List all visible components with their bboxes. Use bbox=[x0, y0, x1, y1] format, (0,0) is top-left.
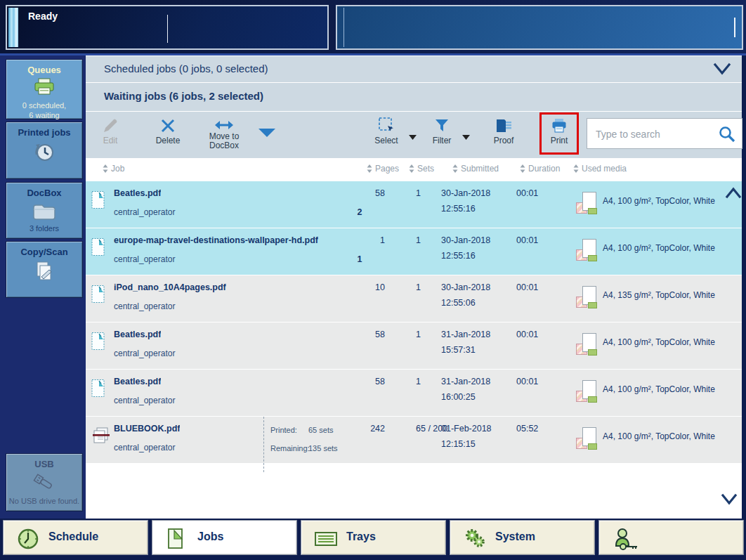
sidebar-item-printed-jobs[interactable]: Printed jobs bbox=[6, 122, 83, 179]
column-header-job[interactable]: Job bbox=[103, 164, 124, 174]
job-media: A4, 100 g/m², TopColor, White bbox=[603, 384, 715, 394]
job-submitted-date: 30-Jan-2018 bbox=[441, 235, 490, 245]
printer-status-text: Ready bbox=[28, 11, 58, 22]
job-duration: 00:01 bbox=[516, 330, 538, 339]
job-media: A4, 100 g/m², TopColor, White bbox=[603, 243, 715, 253]
job-document-icon bbox=[91, 285, 107, 306]
job-pages: 58 bbox=[353, 188, 385, 198]
tab-trays[interactable]: Trays bbox=[301, 520, 446, 555]
job-row[interactable]: europe-map-travel-destinations-wallpaper… bbox=[86, 228, 742, 275]
delete-button[interactable]: Delete bbox=[149, 115, 187, 145]
job-name: iPod_nano_10A4pages.pdf bbox=[114, 282, 226, 292]
delete-x-icon bbox=[149, 115, 187, 134]
scroll-up-icon[interactable] bbox=[725, 187, 742, 199]
job-submitted-time: 12:55:16 bbox=[441, 251, 476, 261]
move-to-docbox-button[interactable]: Move to DocBox bbox=[201, 115, 247, 150]
status-panel: Ready bbox=[6, 5, 329, 50]
jobs-toolbar: Edit Delete Move to DocBox bbox=[86, 112, 742, 158]
trays-icon bbox=[314, 531, 339, 551]
job-owner: central_operator bbox=[114, 396, 175, 405]
search-icon[interactable] bbox=[718, 125, 736, 143]
job-row[interactable]: BLUEBOOK.pdf central_operator Printed: 6… bbox=[86, 417, 742, 463]
job-sets: 1 bbox=[416, 188, 421, 198]
scroll-down-icon[interactable] bbox=[721, 493, 738, 505]
job-media: A4, 100 g/m², TopColor, White bbox=[603, 337, 715, 347]
column-header-used-media[interactable]: Used media bbox=[573, 164, 627, 174]
section-scheduled-jobs[interactable]: Scheduled jobs (0 jobs, 0 selected) bbox=[86, 56, 742, 82]
column-header-pages[interactable]: Pages bbox=[367, 164, 399, 174]
collapse-section-icon[interactable] bbox=[711, 62, 733, 77]
job-duration: 00:01 bbox=[516, 377, 538, 386]
tab-jobs[interactable]: Jobs bbox=[152, 520, 297, 555]
job-row[interactable]: iPod_nano_10A4pages.pdf central_operator… bbox=[86, 275, 742, 322]
job-media: A4, 100 g/m², TopColor, White bbox=[603, 196, 715, 206]
job-document-icon bbox=[91, 237, 107, 259]
job-submitted-date: 31-Jan-2018 bbox=[441, 330, 490, 339]
edit-button: Edit bbox=[93, 115, 128, 145]
column-header-submitted[interactable]: Submitted bbox=[452, 164, 499, 174]
filter-button[interactable]: Filter bbox=[424, 115, 459, 145]
sidebar-item-docbox[interactable]: DocBox 3 folders bbox=[6, 182, 83, 239]
job-owner: central_operator bbox=[114, 349, 175, 358]
sidebar-item-copy-scan[interactable]: Copy/Scan bbox=[6, 241, 83, 298]
scheduled-jobs-title: Scheduled jobs (0 jobs, 0 selected) bbox=[104, 63, 268, 74]
job-submitted-date: 30-Jan-2018 bbox=[441, 188, 490, 198]
proof-document-icon bbox=[486, 115, 521, 134]
filter-dropdown-caret[interactable] bbox=[462, 130, 470, 143]
jobs-document-icon bbox=[165, 527, 186, 554]
operator-key-icon bbox=[612, 527, 640, 555]
job-owner: central_operator bbox=[114, 443, 175, 452]
print-icon bbox=[542, 115, 576, 134]
system-gears-icon bbox=[463, 527, 488, 554]
column-header-duration[interactable]: Duration bbox=[520, 164, 560, 174]
job-owner: central_operator bbox=[114, 301, 175, 311]
job-row[interactable]: Beatles.pdf central_operator 2 58 1 30-J… bbox=[86, 181, 742, 228]
move-arrow-icon bbox=[201, 115, 247, 130]
job-sets: 1 bbox=[416, 377, 421, 386]
job-name: europe-map-travel-destinations-wallpaper… bbox=[114, 235, 318, 245]
job-submitted-time: 12:55:06 bbox=[441, 298, 476, 308]
column-header-sets[interactable]: Sets bbox=[409, 164, 434, 174]
job-row[interactable]: Beatles.pdf central_operator 58 1 31-Jan… bbox=[86, 323, 742, 369]
job-sets: 1 bbox=[416, 330, 421, 339]
more-actions-dropdown[interactable] bbox=[257, 127, 277, 141]
select-dropdown-caret[interactable] bbox=[409, 130, 417, 143]
tab-schedule[interactable]: Schedule bbox=[3, 520, 148, 555]
job-pages: 58 bbox=[353, 330, 385, 339]
job-submitted-date: 30-Jan-2018 bbox=[441, 282, 490, 292]
print-button[interactable]: Print bbox=[542, 115, 576, 145]
printed-label: Printed: bbox=[270, 426, 297, 434]
queues-label: Queues bbox=[6, 65, 82, 75]
remaining-label: Remaining: bbox=[270, 444, 310, 452]
info-panel bbox=[336, 5, 743, 50]
queues-count-line1: 0 scheduled, bbox=[6, 100, 82, 110]
search-input[interactable] bbox=[594, 124, 715, 145]
media-icon bbox=[576, 380, 597, 404]
printed-jobs-label: Printed jobs bbox=[6, 127, 82, 138]
job-name: Beatles.pdf bbox=[114, 377, 161, 386]
section-waiting-jobs[interactable]: Waiting jobs (6 jobs, 2 selected) bbox=[86, 83, 742, 111]
proof-button[interactable]: Proof bbox=[486, 115, 521, 145]
job-name: Beatles.pdf bbox=[114, 188, 161, 198]
copy-scan-icon bbox=[6, 260, 82, 285]
sort-icon bbox=[409, 164, 414, 173]
info-panel-divider bbox=[343, 8, 344, 47]
sort-icon bbox=[103, 164, 108, 173]
bottom-tab-bar: Schedule Jobs Trays bbox=[0, 519, 746, 560]
job-submitted-date: 01-Feb-2018 bbox=[441, 424, 492, 434]
job-document-icon bbox=[91, 379, 107, 401]
sidebar-item-queues[interactable]: Queues 0 scheduled, 6 waiting bbox=[6, 59, 83, 119]
job-row[interactable]: Beatles.pdf central_operator 58 1 31-Jan… bbox=[86, 370, 742, 416]
sidebar: Queues 0 scheduled, 6 waiting Printed jo… bbox=[0, 56, 86, 519]
job-name: Beatles.pdf bbox=[114, 330, 161, 339]
tab-login[interactable] bbox=[598, 520, 744, 555]
queues-count-line2: 6 waiting bbox=[6, 110, 82, 120]
history-clock-icon bbox=[6, 141, 82, 167]
media-icon bbox=[576, 286, 597, 310]
select-button[interactable]: Select bbox=[368, 115, 405, 145]
job-submitted-time: 16:00:25 bbox=[441, 392, 476, 402]
job-sets: 1 bbox=[416, 282, 421, 292]
tab-system[interactable]: System bbox=[450, 520, 595, 555]
docbox-label: DocBox bbox=[6, 188, 82, 198]
info-panel-marker bbox=[734, 18, 735, 37]
